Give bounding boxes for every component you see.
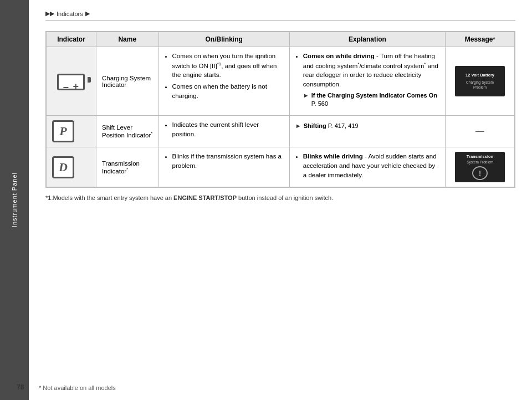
explanation-cell-shift: ► Shifting P. 417, 419 [289,116,445,147]
col-header-on-blinking: On/Blinking [158,32,289,47]
msg-body-charging: Problem [473,85,487,90]
col-header-explanation: Explanation [289,32,445,47]
indicator-cell-shift: P [47,116,96,147]
name-cell-charging: Charging System Indicator [96,47,159,116]
table-row: D Transmission Indicator* Blinks if the … [47,147,515,187]
page-num-value: 78 [17,383,24,391]
col-header-indicator: Indicator [47,32,96,47]
message-cell-charging: 12 Volt Battery Charging System Problem [446,47,515,116]
indicator-cell-trans: D [47,147,96,187]
breadcrumb-arrows: ▶▶ [45,10,54,17]
indicator-name-shift: Shift Lever Position Indicator* [102,124,152,139]
explanation-cell-trans: Blinks while driving - Avoid sudden star… [289,147,445,187]
message-thumb-charging: 12 Volt Battery Charging System Problem [455,66,505,96]
explanation-cell-charging: Comes on while driving - Turn off the he… [289,47,445,116]
sidebar-label: Instrument Panel [11,172,18,227]
indicator-cell-battery: − + [47,47,96,116]
on-blinking-list-trans: Blinks if the transmission system has a … [165,152,284,170]
breadcrumb-arrow2: ▶ [85,10,90,17]
on-blinking-list-shift: Indicates the current shift lever positi… [165,120,284,139]
on-blinking-cell-charging: Comes on when you turn the ignition swit… [158,47,289,116]
battery-minus-symbol: − [63,83,69,93]
message-cell-shift: — [446,116,515,147]
list-item: Comes on when the battery is not chargin… [172,82,284,100]
ref-text-charging: If the Charging System Indicator Comes O… [311,91,439,109]
warning-icon-trans: ! [472,166,488,180]
table-row: − + Charging System Indicator Comes on w… [47,47,515,116]
col-header-message: Message* [446,32,515,47]
ref-arrow-charging: ► [303,91,309,100]
footnote-bottom: * Not available on all models [39,384,116,391]
footnote-suffix: button instead of an ignition switch. [238,194,333,201]
battery-plus-symbol: + [73,81,79,91]
list-item: Blinks while driving - Avoid sudden star… [303,152,439,180]
warning-exclamation: ! [479,169,482,178]
explanation-bold-trans: Blinks while driving [303,153,363,160]
battery-terminal [88,77,91,83]
msg-subtitle-trans: System Problem [467,160,493,164]
explanation-list-trans: Blinks while driving - Avoid sudden star… [295,152,439,180]
breadcrumb: ▶▶ Indicators ▶ [45,10,515,21]
explanation-list-charging: Comes on while driving - Turn off the he… [295,52,439,109]
msg-subtitle-charging: Charging System [466,80,494,85]
ref-arrow-shift: ► [295,122,301,129]
name-cell-shift: Shift Lever Position Indicator* [96,116,159,147]
footnote-bottom-text: * Not available on all models [39,384,116,391]
list-item: Comes on while driving - Turn off the he… [303,52,439,109]
table-row: P Shift Lever Position Indicator* Indica… [47,116,515,147]
indicator-name-trans: Transmission Indicator* [102,160,140,175]
footnote-prefix: *1:Models with the smart entry system ha… [45,194,173,201]
message-cell-trans: Transmission System Problem ! [446,147,515,187]
on-blinking-cell-trans: Blinks if the transmission system has a … [158,147,289,187]
msg-title-charging: 12 Volt Battery [466,73,494,79]
main-content: ▶▶ Indicators ▶ Indicator Name On/Blinki… [29,0,532,400]
shift-p-indicator: P [52,120,74,142]
msg-title-trans: Transmission [467,154,493,159]
ref-text-shift: Shifting P. 417, 419 [304,122,359,129]
message-dash-shift: — [475,126,484,136]
battery-icon: − + [57,71,86,90]
sidebar: Instrument Panel [0,0,29,400]
list-item: Blinks if the transmission system has a … [172,152,284,170]
ref-link-shift: ► Shifting P. 417, 419 [295,122,439,129]
indicators-table: Indicator Name On/Blinking Explanation M… [45,31,515,188]
breadcrumb-item1: Indicators [57,11,83,17]
footnote-engine-start: ENGINE START/STOP [173,194,237,201]
list-item: Comes on when you turn the ignition swit… [172,52,284,80]
name-cell-trans: Transmission Indicator* [96,147,159,187]
trans-d-indicator: D [52,156,74,178]
page-number: 78 [17,383,24,391]
footnote-text: *1:Models with the smart entry system ha… [45,194,515,201]
ref-link-charging: ► If the Charging System Indicator Comes… [303,91,439,109]
message-thumb-trans: Transmission System Problem ! [455,152,505,182]
on-blinking-list-charging: Comes on when you turn the ignition swit… [165,52,284,100]
on-blinking-cell-shift: Indicates the current shift lever positi… [158,116,289,147]
indicator-name-charging: Charging System Indicator [102,75,151,88]
col-header-name: Name [96,32,159,47]
battery-body: − + [57,74,85,90]
explanation-bold-charging: Comes on while driving [303,53,375,59]
list-item: Indicates the current shift lever positi… [172,120,284,139]
